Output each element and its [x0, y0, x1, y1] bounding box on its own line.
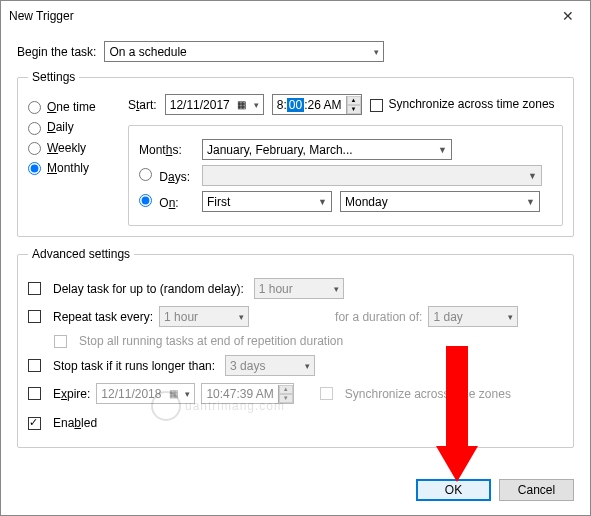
expire-date-picker: 12/11/2018▦▾: [96, 383, 195, 404]
calendar-icon: ▦: [236, 99, 248, 111]
expire-label: Expire:: [53, 387, 90, 401]
start-time-spinner[interactable]: 8:00:26 AM ▲▼: [272, 94, 362, 115]
delay-label: Delay task for up to (random delay):: [53, 282, 244, 296]
days-select: ▼: [202, 165, 542, 186]
on-ordinal-value: First: [207, 195, 230, 209]
expire-sync-label: Synchronize across time zones: [345, 387, 511, 401]
stopall-checkbox: [54, 335, 67, 348]
chevron-down-icon: ▼: [526, 197, 535, 207]
stoplong-checkbox[interactable]: [28, 359, 41, 372]
start-date-picker[interactable]: 12/11/2017 ▦ ▾: [165, 94, 264, 115]
radio-daily[interactable]: Daily: [28, 120, 123, 134]
expire-sync-checkbox: [320, 387, 333, 400]
start-date-value: 12/11/2017: [170, 98, 230, 112]
stoplong-label: Stop task if it runs longer than:: [53, 359, 215, 373]
settings-group: Settings OOne timene time Daily Weekly M…: [17, 70, 574, 237]
repeat-label: Repeat task every:: [53, 310, 153, 324]
spinner-buttons[interactable]: ▲▼: [346, 96, 361, 114]
stopall-label: Stop all running tasks at end of repetit…: [79, 334, 343, 348]
begin-task-select[interactable]: On a schedule ▾: [104, 41, 384, 62]
sync-timezone-checkbox[interactable]: Synchronize across time zones: [370, 97, 555, 111]
duration-label: for a duration of:: [335, 310, 422, 324]
advanced-group: Advanced settings Delay task for up to (…: [17, 247, 574, 448]
enabled-checkbox[interactable]: [28, 417, 41, 430]
radio-one-time[interactable]: OOne timene time: [28, 100, 123, 114]
close-button[interactable]: ✕: [546, 1, 590, 31]
start-label: Start:: [128, 98, 157, 112]
repeat-select: 1 hour▾: [159, 306, 249, 327]
chevron-down-icon: ▼: [528, 171, 537, 181]
months-select[interactable]: January, February, March... ▼: [202, 139, 452, 160]
on-ordinal-select[interactable]: First ▼: [202, 191, 332, 212]
months-value: January, February, March...: [207, 143, 353, 157]
radio-weekly[interactable]: Weekly: [28, 141, 123, 155]
enabled-label: Enabled: [53, 416, 97, 430]
on-day-value: Monday: [345, 195, 388, 209]
delay-checkbox[interactable]: [28, 282, 41, 295]
expire-checkbox[interactable]: [28, 387, 41, 400]
start-time-value: 8:00:26 AM: [273, 98, 346, 112]
settings-legend: Settings: [28, 70, 79, 84]
duration-select: 1 day▾: [428, 306, 518, 327]
window-title: New Trigger: [9, 9, 74, 23]
repeat-checkbox[interactable]: [28, 310, 41, 323]
radio-on[interactable]: On:: [139, 194, 194, 210]
chevron-down-icon: ▾: [254, 100, 259, 110]
expire-time-spinner: 10:47:39 AM ▲▼: [201, 383, 293, 404]
begin-task-value: On a schedule: [109, 45, 186, 59]
radio-monthly[interactable]: Monthly: [28, 161, 123, 175]
advanced-legend: Advanced settings: [28, 247, 134, 261]
chevron-down-icon: ▼: [318, 197, 327, 207]
stoplong-select: 3 days▾: [225, 355, 315, 376]
chevron-down-icon: ▾: [374, 47, 379, 57]
title-bar: New Trigger: [1, 1, 590, 31]
on-day-select[interactable]: Monday ▼: [340, 191, 540, 212]
radio-days[interactable]: Days:: [139, 168, 194, 184]
chevron-down-icon: ▼: [438, 145, 447, 155]
ok-button[interactable]: OK: [416, 479, 491, 501]
delay-select: 1 hour▾: [254, 278, 344, 299]
months-label: Months:: [139, 143, 194, 157]
cancel-button[interactable]: Cancel: [499, 479, 574, 501]
begin-task-label: Begin the task:: [17, 45, 96, 59]
